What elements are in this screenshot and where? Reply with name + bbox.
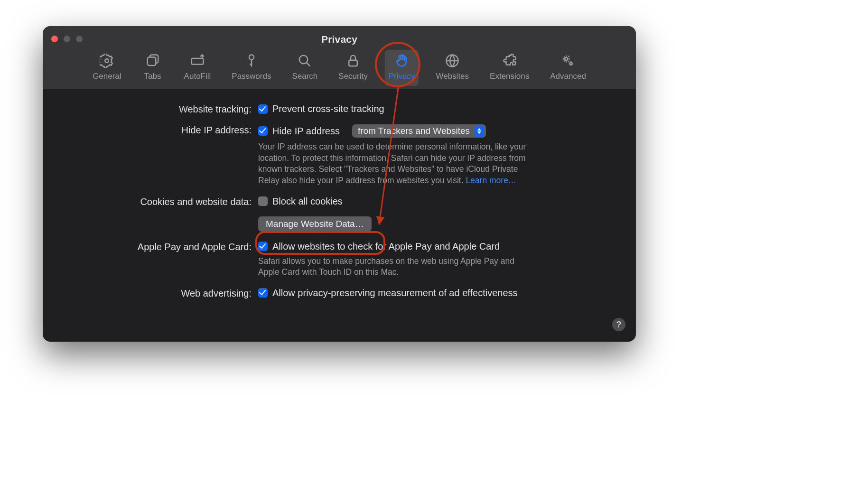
- chevron-updown-icon: [475, 126, 484, 136]
- tabs-icon: [145, 53, 161, 69]
- tab-privacy[interactable]: Privacy: [385, 50, 419, 86]
- tab-general[interactable]: General: [89, 50, 125, 86]
- apple-pay-description: Safari allows you to make purchases on t…: [258, 256, 533, 278]
- web-advertising-checkbox[interactable]: [258, 288, 268, 298]
- toolbar: General Tabs AutoFill: [43, 50, 636, 86]
- window-title: Privacy: [43, 34, 636, 45]
- autofill-icon: [189, 53, 205, 69]
- svg-point-3: [249, 55, 254, 60]
- hide-ip-popup[interactable]: from Trackers and Websites: [352, 124, 486, 138]
- website-tracking-label: Website tracking:: [62, 103, 252, 115]
- svg-point-8: [570, 63, 572, 65]
- puzzle-icon: [502, 53, 518, 69]
- tab-search[interactable]: Search: [288, 50, 321, 86]
- hand-icon: [394, 53, 410, 69]
- prevent-cross-site-tracking-checkbox[interactable]: [258, 104, 268, 114]
- tab-extensions[interactable]: Extensions: [486, 50, 533, 86]
- manage-website-data-button[interactable]: Manage Website Data…: [258, 216, 372, 232]
- tab-security[interactable]: Security: [335, 50, 371, 86]
- tab-advanced[interactable]: Advanced: [546, 50, 590, 86]
- hide-ip-description: Your IP address can be used to determine…: [258, 141, 533, 187]
- web-advertising-label: Web advertising:: [62, 288, 252, 299]
- hide-ip-checkbox[interactable]: [258, 126, 268, 136]
- tab-tabs[interactable]: Tabs: [139, 50, 167, 86]
- tab-autofill[interactable]: AutoFill: [180, 50, 215, 86]
- hide-ip-label: Hide IP address:: [62, 124, 252, 136]
- tab-label: Advanced: [550, 72, 586, 81]
- hide-ip-popup-value: from Trackers and Websites: [358, 126, 470, 136]
- tab-label: General: [93, 72, 121, 81]
- content: Website tracking: Prevent cross-site tra…: [43, 89, 636, 342]
- gear-icon: [99, 53, 115, 69]
- tab-label: AutoFill: [184, 72, 211, 81]
- apple-pay-label: Apple Pay and Apple Card:: [62, 241, 252, 252]
- tab-passwords[interactable]: Passwords: [228, 50, 275, 86]
- block-all-cookies-text: Block all cookies: [272, 196, 343, 207]
- tab-label: Tabs: [144, 72, 161, 81]
- learn-more-link[interactable]: Learn more…: [466, 176, 516, 185]
- tab-label: Security: [338, 72, 367, 81]
- hide-ip-text: Hide IP address: [272, 126, 340, 137]
- gears-icon: [560, 53, 576, 69]
- help-button[interactable]: ?: [612, 318, 625, 331]
- key-icon: [243, 53, 260, 69]
- svg-rect-5: [349, 60, 357, 66]
- lock-icon: [345, 53, 361, 69]
- preferences-window: Privacy General Tabs: [43, 26, 636, 342]
- tab-label: Passwords: [232, 72, 271, 81]
- tab-label: Extensions: [490, 72, 529, 81]
- tab-label: Privacy: [389, 72, 415, 81]
- apple-pay-checkbox[interactable]: [258, 242, 268, 251]
- cookies-label: Cookies and website data:: [62, 196, 252, 207]
- search-icon: [297, 53, 313, 69]
- tab-label: Search: [292, 72, 317, 81]
- globe-icon: [444, 53, 460, 69]
- svg-point-4: [299, 56, 308, 64]
- block-all-cookies-checkbox[interactable]: [258, 196, 268, 206]
- titlebar: Privacy General Tabs: [43, 26, 636, 89]
- web-advertising-text: Allow privacy-preserving measurement of …: [272, 288, 518, 299]
- svg-point-7: [565, 57, 568, 60]
- svg-rect-2: [191, 58, 203, 65]
- prevent-cross-site-tracking-text: Prevent cross-site tracking: [272, 103, 384, 114]
- apple-pay-text: Allow websites to check for Apple Pay an…: [272, 241, 500, 252]
- svg-point-0: [105, 59, 109, 63]
- tab-label: Websites: [436, 72, 469, 81]
- svg-rect-1: [147, 57, 156, 66]
- tab-websites[interactable]: Websites: [432, 50, 473, 86]
